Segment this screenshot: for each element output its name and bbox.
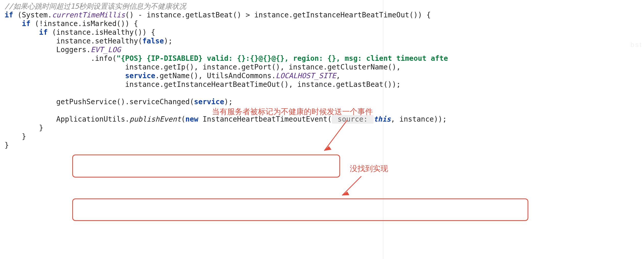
- static-method-currentTimeMillis: currentTimeMillis: [52, 11, 125, 19]
- code-text: (!instance.isMarked()) {: [35, 19, 138, 28]
- code-text: instance.setHealthy(: [56, 37, 142, 45]
- code-text: (: [181, 115, 185, 123]
- identifier-service: service: [194, 98, 224, 106]
- svg-line-2: [342, 176, 361, 195]
- editor-right-margin-guide: [383, 0, 383, 259]
- keyword-false: false: [142, 37, 164, 45]
- method-publishEvent: publishEvent: [129, 115, 181, 123]
- code-text: .getName(), UtilsAndCommons.: [155, 72, 276, 80]
- code-editor-viewport[interactable]: //如果心跳时间超过15秒则设置该实例信息为不健康状况 if (System.c…: [0, 0, 644, 150]
- brace-close: }: [22, 132, 26, 141]
- arrow-to-publish-event: [337, 174, 368, 202]
- keyword-if: if: [22, 19, 30, 28]
- keyword-new: new: [185, 115, 198, 123]
- code-text: Loggers.: [56, 45, 91, 54]
- code-text: () - instance.getLastBeat() > instance.g…: [125, 11, 431, 19]
- static-field-localhost-site: LOCALHOST_SITE: [276, 72, 336, 80]
- callout-box-push-service: [72, 155, 340, 178]
- string-literal: "{POS} {IP-DISABLED} valid: {}:{}@{}@{},…: [116, 54, 448, 63]
- faint-watermark: bst: [630, 41, 642, 49]
- code-text: , instance));: [391, 115, 447, 123]
- callout-box-publish-event: [72, 198, 528, 221]
- annotation-right-note: 没找到实现: [350, 163, 388, 174]
- code-text: instance.getInstanceHeartBeatTimeOut(), …: [125, 80, 401, 89]
- code-text: getPushService().serviceChanged(: [56, 98, 194, 106]
- identifier-service: service: [125, 72, 155, 80]
- code-text: (instance.isHealthy()) {: [52, 28, 155, 37]
- code-comment: //如果心跳时间超过15秒则设置该实例信息为不健康状况: [5, 2, 186, 10]
- code-text: .info(: [91, 54, 116, 63]
- code-text: instance.getIp(), instance.getPort(), in…: [125, 63, 401, 71]
- code-text: ApplicationUtils.: [56, 115, 129, 123]
- code-text: );: [224, 98, 233, 106]
- code-text: );: [164, 37, 173, 45]
- code-text: ,: [336, 72, 340, 80]
- brace-close: }: [5, 141, 9, 149]
- keyword-this: this: [374, 115, 391, 123]
- code-text: System: [22, 11, 47, 19]
- static-field-evt-log: EVT_LOG: [91, 45, 121, 54]
- keyword-if: if: [5, 11, 13, 19]
- annotation-top-note: 当有服务者被标记为不健康的时候发送一个事件: [212, 107, 373, 117]
- svg-marker-3: [342, 192, 349, 195]
- brace-close: }: [39, 124, 43, 132]
- keyword-if: if: [39, 28, 48, 37]
